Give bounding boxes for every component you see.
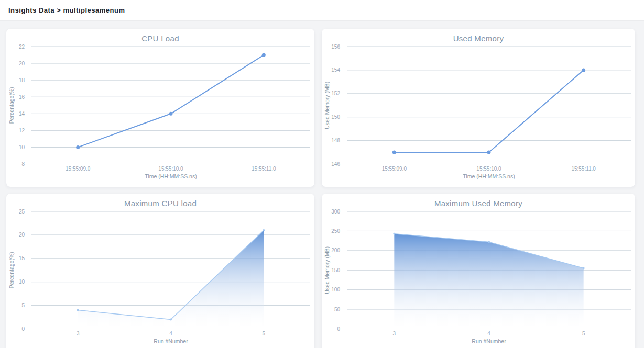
data-point (487, 151, 491, 154)
x-axis-title: Time (HH:MM:SS.ns) (145, 173, 197, 179)
y-tick-label: 50 (334, 307, 341, 312)
y-tick-label: 150 (331, 114, 340, 120)
chart-card-used-memory: Used Memory 14614815015215415615:55:09.0… (322, 29, 635, 187)
x-tick-label: 3 (393, 331, 396, 336)
y-tick-label: 250 (331, 228, 340, 234)
y-tick-label: 200 (331, 248, 340, 253)
x-tick-label: 4 (487, 331, 490, 336)
header: Insights Data > multiplesamenum (0, 0, 644, 21)
y-tick-label: 16 (19, 94, 25, 100)
max-used-memory-chart: 050100150200250300345Run #NumberUsed Mem… (322, 194, 635, 348)
charts-grid: CPU Load 81012141618202215:55:09.015:55:… (0, 21, 644, 348)
data-point (169, 112, 173, 116)
y-tick-label: 300 (331, 209, 340, 215)
y-tick-label: 0 (21, 326, 25, 332)
y-axis-title: Percentage(%) (8, 252, 15, 288)
x-axis-labels: 345 (77, 331, 266, 336)
x-tick-label: 5 (582, 331, 585, 336)
y-tick-label: 22 (19, 44, 25, 50)
data-point (582, 68, 585, 72)
used-memory-chart: 14614815015215415615:55:09.015:55:10.015… (322, 29, 635, 187)
data-point (262, 53, 266, 57)
gridlines: 0510152025 (19, 209, 310, 332)
y-tick-label: 10 (19, 279, 25, 285)
x-axis-labels: 15:55:09.015:55:10.015:55:11.0 (382, 166, 596, 172)
data-point (263, 229, 265, 231)
x-tick-label: 15:55:10.0 (158, 166, 183, 172)
y-tick-label: 15 (19, 255, 25, 261)
breadcrumb[interactable]: Insights Data > multiplesamenum (8, 6, 125, 14)
y-tick-label: 20 (19, 232, 25, 238)
y-tick-label: 12 (19, 128, 25, 133)
data-point (392, 151, 396, 154)
x-tick-label: 15:55:09.0 (382, 166, 407, 172)
data-point (488, 241, 490, 243)
data-point (170, 319, 172, 321)
area-fill (78, 230, 264, 329)
x-tick-label: 15:55:09.0 (66, 166, 91, 172)
y-tick-label: 14 (19, 111, 25, 117)
gridlines: 810121416182022 (19, 44, 310, 167)
x-axis-labels: 345 (393, 331, 585, 336)
x-axis-title: Run #Number (472, 338, 506, 344)
y-axis-title: Used Memory (MB) (324, 246, 330, 294)
y-tick-label: 20 (19, 61, 25, 66)
y-tick-label: 5 (21, 302, 25, 308)
cpu-load-chart: 81012141618202215:55:09.015:55:10.015:55… (6, 29, 314, 187)
data-point (77, 309, 79, 311)
y-tick-label: 156 (331, 44, 340, 50)
y-tick-label: 18 (19, 77, 25, 83)
y-tick-label: 8 (21, 161, 25, 167)
y-tick-label: 154 (331, 67, 340, 73)
data-point (393, 233, 395, 235)
area-fill (394, 234, 583, 329)
y-tick-label: 100 (331, 287, 340, 293)
x-axis-title: Time (HH:MM:SS.ns) (463, 173, 515, 179)
chart-card-cpu-load: CPU Load 81012141618202215:55:09.015:55:… (6, 29, 314, 187)
y-tick-label: 146 (331, 161, 340, 167)
x-tick-label: 15:55:11.0 (571, 166, 596, 172)
y-tick-label: 152 (331, 91, 340, 96)
x-tick-label: 5 (263, 331, 266, 336)
chart-card-max-used-memory: Maximum Used Memory 05010015020025030034… (322, 194, 635, 348)
x-tick-label: 15:55:10.0 (476, 166, 501, 172)
data-point (583, 267, 585, 270)
gridlines: 146148150152154156 (331, 44, 631, 167)
data-point (76, 145, 80, 149)
y-axis-title: Percentage(%) (8, 87, 15, 124)
x-tick-label: 4 (169, 331, 172, 336)
max-cpu-load-chart: 0510152025345Run #NumberPercentage(%) (6, 194, 314, 348)
app-root: Insights Data > multiplesamenum CPU Load… (0, 0, 644, 348)
series-line (394, 70, 583, 152)
y-tick-label: 25 (19, 209, 25, 215)
x-tick-label: 15:55:11.0 (252, 166, 276, 172)
chart-card-max-cpu-load: Maximum CPU load 0510152025345Run #Numbe… (6, 194, 314, 348)
y-tick-label: 148 (331, 138, 340, 143)
y-tick-label: 0 (337, 326, 340, 332)
x-axis-labels: 15:55:09.015:55:10.015:55:11.0 (66, 166, 276, 172)
y-tick-label: 10 (19, 144, 25, 150)
x-tick-label: 3 (77, 331, 80, 336)
y-tick-label: 150 (331, 267, 340, 273)
x-axis-title: Run #Number (154, 338, 188, 344)
series-line (78, 55, 264, 147)
y-axis-title: Used Memory (MB) (324, 82, 330, 129)
